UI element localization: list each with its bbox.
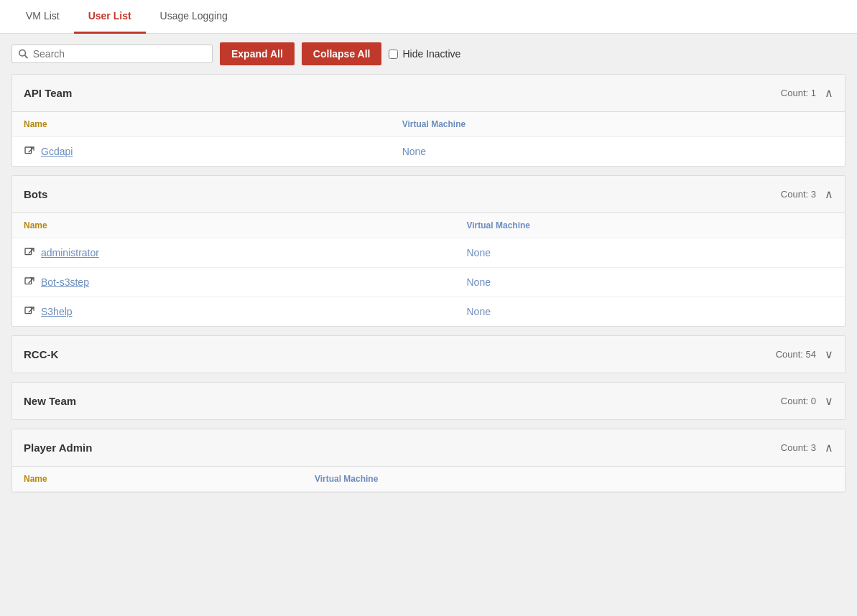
chevron-down-icon: ∨ [825, 394, 833, 408]
external-link-icon [24, 276, 35, 288]
chevron-up-icon: ∧ [825, 86, 833, 100]
search-input[interactable] [33, 48, 206, 60]
svg-line-1 [25, 55, 28, 58]
group-name-new-team: New Team [24, 395, 76, 407]
group-api-team: API TeamCount: 1∧NameVirtual MachineGcda… [11, 74, 846, 167]
svg-point-0 [19, 50, 26, 56]
chevron-up-icon: ∧ [825, 441, 833, 454]
user-name-text: S3help [41, 306, 73, 317]
expand-all-button[interactable]: Expand All [220, 42, 295, 65]
group-header-new-team[interactable]: New TeamCount: 0∨ [12, 383, 845, 419]
user-link-administrator[interactable]: administrator [24, 247, 444, 258]
hide-inactive-label[interactable]: Hide Inactive [389, 48, 460, 60]
content-area: API TeamCount: 1∧NameVirtual MachineGcda… [0, 74, 857, 513]
col-header-virtual-machine: Virtual Machine [391, 112, 845, 137]
table-row: administratorNone [12, 238, 845, 268]
chevron-up-icon: ∧ [825, 187, 833, 201]
user-link-s3help[interactable]: S3help [24, 306, 444, 317]
group-name-player-admin: Player Admin [24, 442, 92, 454]
group-name-api-team: API Team [24, 87, 72, 99]
group-bots: BotsCount: 3∧NameVirtual Machineadminist… [11, 175, 846, 327]
user-link-gcdapi[interactable]: Gcdapi [24, 146, 379, 157]
user-vm-text: None [455, 238, 846, 268]
table-row: Bot-s3stepNone [12, 268, 845, 297]
group-header-player-admin[interactable]: Player AdminCount: 3∧ [12, 429, 845, 467]
table-row: GcdapiNone [12, 137, 845, 167]
group-header-rcc-k[interactable]: RCC-KCount: 54∨ [12, 336, 845, 373]
user-name-text: administrator [41, 247, 99, 258]
external-link-icon [24, 306, 35, 317]
user-name-text: Bot-s3step [41, 276, 89, 288]
hide-inactive-checkbox[interactable] [389, 50, 398, 59]
group-rcc-k: RCC-KCount: 54∨ [11, 335, 846, 373]
tab-vm-list[interactable]: VM List [11, 0, 74, 34]
user-vm-text: None [455, 268, 846, 297]
group-table-player-admin: NameVirtual Machine [12, 467, 845, 492]
chevron-down-icon: ∨ [825, 347, 833, 361]
tabs-bar: VM ListUser ListUsage Logging [0, 0, 857, 34]
group-name-bots: Bots [24, 188, 47, 200]
col-header-name: Name [12, 467, 303, 492]
external-link-icon [24, 146, 35, 157]
group-header-api-team[interactable]: API TeamCount: 1∧ [12, 75, 845, 112]
group-table-bots: NameVirtual MachineadministratorNoneBot-… [12, 213, 845, 326]
tab-user-list[interactable]: User List [74, 0, 146, 34]
table-row: S3helpNone [12, 297, 845, 327]
group-header-bots[interactable]: BotsCount: 3∧ [12, 176, 845, 213]
tab-usage-logging[interactable]: Usage Logging [146, 0, 242, 34]
group-name-rcc-k: RCC-K [24, 348, 58, 360]
external-link-icon [24, 247, 35, 258]
col-header-virtual-machine: Virtual Machine [455, 213, 846, 238]
search-icon [18, 48, 29, 60]
group-player-admin: Player AdminCount: 3∧NameVirtual Machine [11, 429, 846, 493]
col-header-name: Name [12, 213, 455, 238]
hide-inactive-text: Hide Inactive [402, 48, 460, 60]
group-table-api-team: NameVirtual MachineGcdapiNone [12, 112, 845, 166]
group-count-new-team: Count: 0 [781, 396, 816, 406]
toolbar: Expand All Collapse All Hide Inactive [0, 34, 857, 74]
group-count-bots: Count: 3 [781, 189, 816, 200]
collapse-all-button[interactable]: Collapse All [302, 42, 382, 65]
col-header-name: Name [12, 112, 391, 137]
group-new-team: New TeamCount: 0∨ [11, 382, 846, 420]
group-count-player-admin: Count: 3 [781, 442, 816, 453]
search-wrapper [11, 45, 213, 63]
group-count-api-team: Count: 1 [781, 88, 816, 98]
group-count-rcc-k: Count: 54 [776, 349, 816, 360]
user-name-text: Gcdapi [41, 146, 73, 157]
user-vm-text: None [455, 297, 846, 327]
user-link-bot-s3step[interactable]: Bot-s3step [24, 276, 444, 288]
user-vm-text: None [391, 137, 845, 167]
col-header-virtual-machine: Virtual Machine [303, 467, 845, 492]
